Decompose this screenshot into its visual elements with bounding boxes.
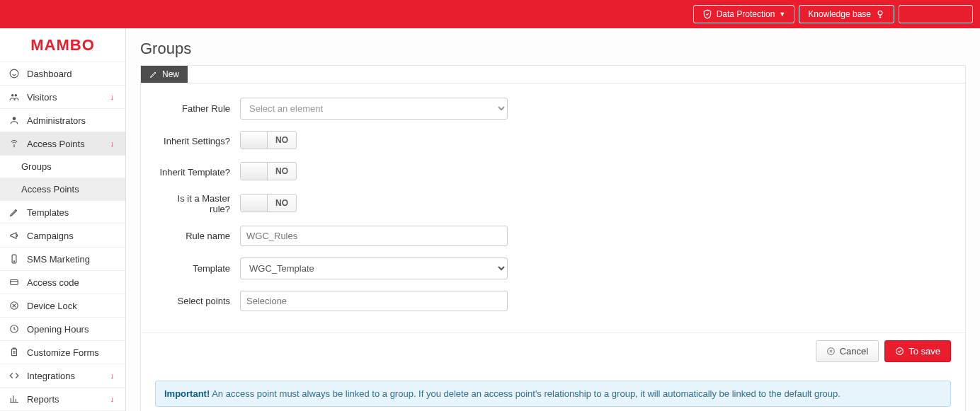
inherit-template-label: Inherit Template? (155, 167, 240, 178)
sidebar-label: Device Lock (27, 301, 77, 311)
clipboard-icon (8, 347, 20, 358)
template-label: Template (155, 263, 240, 274)
logo: MAMBO (0, 28, 125, 62)
father-rule-select[interactable]: Select an element (240, 98, 508, 120)
sidebar-label: Groups (21, 161, 52, 172)
sidebar-item-integrations[interactable]: Integrations ↓ (0, 364, 125, 388)
sidebar-item-dashboard[interactable]: Dashboard (0, 62, 125, 86)
lightbulb-icon (875, 9, 885, 19)
new-button[interactable]: New (141, 66, 188, 83)
inherit-template-toggle[interactable]: NO (240, 162, 297, 180)
toggle-knob (241, 195, 268, 212)
master-rule-toggle[interactable]: NO (240, 194, 297, 212)
knowledge-base-button[interactable]: Knowledge base (799, 5, 894, 23)
smile-icon (8, 68, 20, 79)
template-select[interactable]: WGC_Template (240, 257, 508, 279)
father-rule-label: Father Rule (155, 103, 240, 114)
sidebar-label: Administrators (27, 115, 86, 126)
chart-icon (8, 393, 20, 405)
sidebar-label: Reports (27, 394, 59, 405)
users-icon (8, 91, 20, 103)
antenna-icon (8, 138, 20, 149)
svg-rect-7 (11, 280, 18, 285)
save-button[interactable]: To save (884, 340, 951, 362)
select-points-label: Select points (155, 296, 240, 306)
topbar-account-area[interactable] (899, 5, 973, 23)
x-circle-icon (826, 347, 836, 356)
chevron-down-icon: ↓ (108, 139, 118, 148)
svg-rect-10 (12, 349, 17, 355)
data-protection-button[interactable]: Data Protection ▼ (693, 5, 795, 23)
sidebar-item-device-lock[interactable]: Device Lock (0, 294, 125, 318)
sidebar-item-customize-forms[interactable]: Customize Forms (0, 341, 125, 364)
svg-point-3 (15, 94, 17, 97)
cancel-button[interactable]: Cancel (816, 340, 879, 362)
caret-down-icon: ▼ (779, 11, 785, 18)
sidebar-item-access-points-sub[interactable]: Access Points (0, 178, 125, 201)
save-label: To save (908, 346, 940, 357)
phone-icon (8, 253, 20, 265)
sidebar-item-administrators[interactable]: Administrators (0, 109, 125, 132)
sidebar-item-reports[interactable]: Reports ↓ (0, 388, 125, 411)
inherit-settings-label: Inherit Settings? (155, 136, 240, 146)
logo-text: MAMBO (30, 36, 95, 54)
svg-point-2 (11, 94, 13, 97)
svg-point-6 (13, 261, 14, 262)
action-bar: Cancel To save (141, 332, 965, 374)
rule-name-label: Rule name (155, 231, 240, 241)
user-icon (8, 115, 20, 126)
sidebar-label: SMS Marketing (27, 254, 90, 265)
sidebar-item-opening-hours[interactable]: Opening Hours (0, 318, 125, 341)
toggle-knob (241, 163, 268, 180)
sidebar-label: Access Points (21, 184, 79, 195)
toggle-value: NO (268, 166, 296, 176)
sidebar-item-groups[interactable]: Groups (0, 156, 125, 178)
sidebar-item-templates[interactable]: Templates (0, 201, 125, 224)
sidebar-label: Access code (27, 277, 79, 288)
svg-point-4 (13, 117, 16, 120)
inherit-settings-toggle[interactable]: NO (240, 131, 297, 149)
knowledge-base-label: Knowledge base (808, 9, 871, 19)
form-body: Father Rule Select an element Inherit Se… (141, 83, 965, 330)
alert-strong: Important! (164, 388, 210, 399)
sidebar-item-sms-marketing[interactable]: SMS Marketing (0, 248, 125, 271)
data-protection-label: Data Protection (717, 9, 775, 19)
sidebar-item-access-points[interactable]: Access Points ↓ (0, 132, 125, 156)
sidebar-item-campaigns[interactable]: Campaigns (0, 224, 125, 248)
sidebar-item-visitors[interactable]: Visitors ↓ (0, 86, 125, 109)
sidebar-label: Opening Hours (27, 324, 89, 335)
form-panel: New Father Rule Select an element Inheri… (140, 65, 966, 411)
svg-point-0 (878, 11, 882, 15)
cancel-label: Cancel (840, 346, 868, 357)
main-content: Groups New Father Rule Select an element (126, 28, 980, 411)
shield-icon (702, 9, 712, 19)
megaphone-icon (8, 230, 20, 241)
sidebar-label: Access Points (27, 139, 85, 149)
toggle-value: NO (268, 135, 296, 145)
sidebar-label: Campaigns (27, 231, 74, 241)
sidebar-label: Templates (27, 207, 69, 218)
sidebar-label: Dashboard (27, 69, 72, 79)
page-title: Groups (140, 40, 966, 58)
pencil-icon (8, 207, 20, 218)
chevron-down-icon: ↓ (108, 371, 118, 380)
select-points-input[interactable] (240, 291, 508, 311)
svg-point-12 (896, 348, 904, 355)
alert-text: An access point must always be linked to… (210, 388, 841, 399)
toggle-knob (241, 132, 268, 149)
svg-point-1 (10, 69, 18, 78)
sidebar-label: Visitors (27, 92, 57, 103)
sidebar-item-access-code[interactable]: Access code (0, 271, 125, 294)
clock-icon (8, 323, 20, 335)
sidebar-label: Integrations (27, 371, 75, 381)
info-alert: Important! An access point must always b… (155, 381, 951, 407)
edit-icon (149, 70, 158, 79)
topbar: Data Protection ▼ Knowledge base (0, 0, 980, 28)
rule-name-input[interactable] (240, 226, 508, 246)
master-rule-label: Is it a Master rule? (155, 193, 240, 214)
check-circle-icon (895, 347, 904, 356)
chevron-down-icon: ↓ (108, 93, 118, 101)
panel-header: New (141, 66, 965, 83)
toggle-value: NO (268, 198, 296, 208)
lock-x-icon (8, 300, 20, 311)
